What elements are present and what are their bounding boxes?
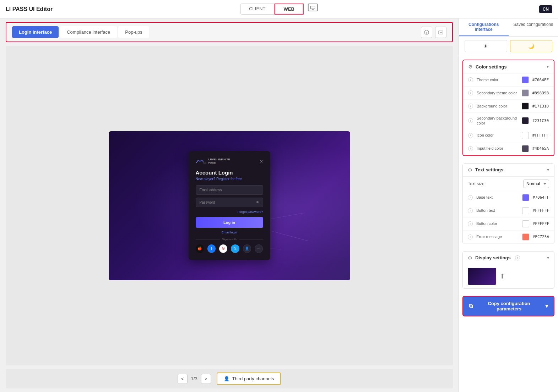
svg-rect-5	[439, 31, 443, 34]
color-value-base-text: #7064FF	[533, 195, 549, 200]
color-label-input-field: Input field color	[477, 146, 518, 151]
color-value-theme: #7064FF	[532, 78, 549, 82]
tab-login-interface[interactable]: Login interface	[12, 26, 59, 38]
text-size-select[interactable]: Small Normal Large	[523, 180, 549, 188]
copy-icon: ⧉	[469, 303, 473, 309]
color-label-icon: Icon color	[477, 133, 518, 138]
color-row-secondary-theme: i Secondary theme color #89839B	[463, 87, 554, 100]
more-login-button[interactable]: ···	[255, 244, 263, 253]
svg-text:i: i	[426, 31, 427, 34]
color-swatch-error-message[interactable]	[522, 233, 529, 241]
color-row-theme: i Theme color #7064FF	[463, 73, 554, 87]
tab-client[interactable]: CLIENT	[240, 4, 274, 15]
login-button[interactable]: Log in	[196, 217, 263, 228]
expand-copy-button[interactable]: ▾	[545, 303, 548, 309]
tab-saved-configurations[interactable]: Saved configurations	[509, 18, 558, 36]
gear-icon-display: ⚙	[468, 255, 472, 261]
color-row-background: i Background color #17131D	[463, 100, 554, 113]
svg-rect-0	[311, 6, 315, 9]
info-icon-theme: i	[468, 77, 473, 82]
color-value-button-color: #FFFFFF	[533, 221, 549, 226]
gear-icon: ⚙	[468, 64, 473, 70]
monitor-icon	[310, 6, 315, 10]
modal-close-button[interactable]: ✕	[260, 159, 263, 164]
color-swatch-secondary-theme[interactable]	[522, 89, 529, 96]
color-value-icon: #FFFFFF	[532, 133, 549, 138]
color-swatch-icon[interactable]	[522, 132, 529, 139]
tab-configurations[interactable]: Configurations interface	[459, 18, 509, 36]
email-input[interactable]: Email address	[196, 185, 263, 195]
twitter-login-button[interactable]: 𝕏	[231, 244, 239, 253]
dark-theme-button[interactable]: 🌙	[510, 40, 553, 52]
tab-bar-actions: i	[421, 27, 446, 38]
facebook-login-button[interactable]: f	[207, 244, 216, 253]
text-settings-section: ⚙ Text settings ▾ Text size Small Normal…	[462, 163, 554, 244]
tab-popups[interactable]: Pop-ups	[118, 26, 149, 38]
social-buttons: 🍎 f G 𝕏 👤 ···	[196, 244, 263, 253]
tab-compliance-interface[interactable]: Compliance interface	[60, 26, 117, 38]
expand-button[interactable]	[435, 27, 446, 38]
color-settings-title: Color settings	[476, 64, 506, 70]
register-link[interactable]: Register for free	[216, 177, 242, 181]
panel-tabs: Configurations interface Saved configura…	[459, 18, 558, 37]
text-size-row: Text size Small Normal Large	[463, 177, 554, 191]
person-login-button[interactable]: 👤	[243, 244, 251, 253]
color-swatch-secondary-bg[interactable]	[522, 117, 529, 124]
next-page-button[interactable]: >	[201, 374, 211, 384]
info-button[interactable]: i	[421, 27, 432, 38]
info-icon-error-message: i	[468, 234, 473, 239]
cn-button[interactable]: CN	[539, 5, 552, 13]
color-swatch-base-text[interactable]	[522, 194, 529, 201]
google-login-button[interactable]: G	[219, 244, 227, 253]
color-value-background: #17131D	[532, 104, 549, 109]
info-icon-background: i	[468, 104, 473, 109]
app-title: LI PASS UI Editor	[6, 6, 53, 12]
expand-icon	[438, 30, 443, 35]
display-settings-section: ⚙ Display settings i ▾ ⬆	[462, 251, 554, 289]
third-party-channels-button[interactable]: 👤 Third party channels	[217, 372, 281, 385]
info-icon-button-text: i	[468, 208, 473, 213]
monitor-button[interactable]	[308, 4, 318, 11]
color-settings-section: ⚙ Color settings ▾ i Theme color #7064FF…	[462, 60, 554, 156]
interface-tab-bar: Login interface Compliance interface Pop…	[6, 22, 453, 42]
header: LI PASS UI Editor CLIENT WEB CN	[0, 0, 558, 18]
upload-button[interactable]: ⬆	[500, 272, 505, 280]
info-icon: i	[424, 30, 429, 35]
color-row-button-text: i Button text #FFFFFF	[463, 204, 554, 217]
prev-page-button[interactable]: <	[178, 374, 188, 384]
color-swatch-theme[interactable]	[522, 76, 529, 83]
info-icon-secondary-theme: i	[468, 90, 473, 95]
modal-header: LEVEL INFINITE LEVEL INFINITE PASS ✕	[196, 158, 263, 165]
color-swatch-button-text[interactable]	[522, 207, 529, 214]
color-row-input-field: i Input field color #4D465A	[463, 142, 554, 155]
color-label-background: Background color	[477, 104, 518, 109]
modal-logo: LEVEL INFINITE LEVEL INFINITE PASS	[196, 158, 230, 165]
color-swatch-input-field[interactable]	[522, 145, 529, 152]
light-theme-button[interactable]: ☀	[465, 40, 507, 52]
chevron-down-icon: ▾	[547, 64, 549, 69]
bottom-bar: < 1/3 > 👤 Third party channels	[6, 369, 453, 388]
color-value-secondary-bg: #231C30	[532, 118, 549, 123]
password-input[interactable]: Password 👁	[196, 198, 263, 207]
logo-icon: LEVEL INFINITE	[196, 159, 206, 164]
info-icon-base-text: i	[468, 195, 473, 200]
display-preview-row: ⬆	[463, 264, 554, 288]
copy-config-label: Copy configuration parameters	[476, 301, 542, 311]
copy-configuration-button[interactable]: ⧉ Copy configuration parameters ▾	[462, 296, 554, 316]
color-swatch-button-color[interactable]	[522, 220, 529, 227]
email-login-link[interactable]: Email login	[196, 231, 263, 234]
color-settings-header[interactable]: ⚙ Color settings ▾	[463, 60, 554, 73]
info-icon-display: i	[515, 255, 520, 260]
chevron-down-icon-text: ▾	[547, 167, 549, 172]
tab-web[interactable]: WEB	[274, 4, 303, 15]
forgot-password-link[interactable]: Forgot password?	[196, 210, 263, 214]
color-label-secondary-bg: Secondary background color	[477, 116, 518, 126]
person-icon: 👤	[224, 376, 229, 381]
text-settings-header[interactable]: ⚙ Text settings ▾	[463, 164, 554, 177]
sun-icon: ☀	[483, 43, 488, 49]
color-row-base-text: i Base text #7064FF	[463, 191, 554, 204]
color-label-button-text: Button text	[476, 208, 519, 213]
display-settings-header[interactable]: ⚙ Display settings i ▾	[463, 252, 554, 264]
color-swatch-background[interactable]	[522, 103, 529, 110]
apple-login-button[interactable]: 🍎	[196, 244, 204, 253]
